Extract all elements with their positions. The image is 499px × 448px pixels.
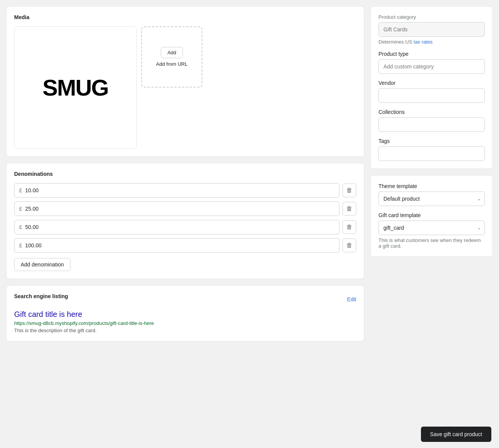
main-image-container: SMUG (14, 26, 137, 149)
product-type-input[interactable] (378, 59, 485, 74)
tax-rates-link[interactable]: tax rates (414, 39, 433, 45)
currency-symbol-1: £ (19, 187, 22, 193)
gift-card-template-select-wrapper: gift_card ⌄ (378, 221, 485, 235)
add-media-button[interactable]: Add (161, 47, 183, 58)
denomination-input-2[interactable] (25, 206, 334, 212)
media-card: Media SMUG Add Add from URL (6, 6, 364, 157)
gift-card-template-group: Gift card template gift_card ⌄ This is w… (378, 212, 485, 249)
vendor-group: Vendor (378, 80, 485, 103)
save-gift-card-button[interactable]: Save gift card product (421, 427, 491, 442)
collections-label: Collections (378, 109, 485, 115)
product-type-group: Product type (378, 51, 485, 74)
gift-card-template-helper: This is what customers see when they red… (378, 237, 485, 249)
media-title: Media (14, 14, 356, 20)
denomination-input-wrapper-1: £ (14, 183, 339, 198)
denomination-input-1[interactable] (25, 187, 334, 193)
currency-symbol-2: £ (19, 206, 22, 212)
denomination-input-3[interactable] (25, 224, 334, 230)
tax-rates-text: Determines US tax rates (378, 39, 485, 45)
denomination-row-4: £ 🗑 (14, 238, 356, 253)
trash-icon-4: 🗑 (346, 242, 352, 249)
product-category-label: Product category (378, 14, 485, 20)
add-denomination-button[interactable]: Add denomination (14, 258, 70, 271)
tags-label: Tags (378, 138, 485, 144)
collections-input[interactable] (378, 117, 485, 132)
add-from-url-label: Add from URL (156, 61, 188, 67)
seo-description: This is the description of the gift card… (14, 328, 356, 333)
theme-template-label: Theme template (378, 183, 485, 189)
gift-card-template-select[interactable]: gift_card (378, 221, 485, 235)
currency-symbol-4: £ (19, 242, 22, 248)
seo-url: https://smug-d8cb.myshopify.com/products… (14, 320, 356, 326)
denomination-input-wrapper-2: £ (14, 201, 339, 216)
seo-header: Search engine listing Edit (14, 293, 356, 305)
vendor-label: Vendor (378, 80, 485, 86)
denominations-card: Denominations £ 🗑 £ 🗑 (6, 163, 364, 279)
delete-denomination-1[interactable]: 🗑 (342, 183, 356, 197)
product-category-group: Product category Determines US tax rates (378, 14, 485, 45)
product-details-card: Product category Determines US tax rates… (370, 6, 493, 169)
delete-denomination-3[interactable]: 🗑 (342, 220, 356, 234)
theme-card: Theme template Default product gift_card… (370, 175, 493, 257)
save-button-container: Save gift card product (0, 420, 499, 448)
seo-page-title: Gift card title is here (14, 310, 356, 319)
delete-denomination-4[interactable]: 🗑 (342, 239, 356, 252)
denomination-input-4[interactable] (25, 242, 334, 248)
theme-template-group: Theme template Default product gift_card… (378, 183, 485, 206)
brand-logo: SMUG (42, 75, 108, 101)
denomination-input-wrapper-3: £ (14, 220, 339, 234)
theme-template-select[interactable]: Default product gift_card (378, 192, 485, 206)
denomination-row-2: £ 🗑 (14, 201, 356, 216)
delete-denomination-2[interactable]: 🗑 (342, 202, 356, 216)
seo-title-label: Search engine listing (14, 293, 68, 299)
theme-template-select-wrapper: Default product gift_card ⌄ (378, 192, 485, 206)
collections-group: Collections (378, 109, 485, 132)
trash-icon-1: 🗑 (346, 187, 352, 194)
add-media-box: Add Add from URL (141, 26, 202, 88)
trash-icon-2: 🗑 (346, 205, 352, 212)
product-category-input (378, 22, 485, 37)
denomination-row-3: £ 🗑 (14, 220, 356, 234)
tags-input[interactable] (378, 146, 485, 161)
denomination-input-wrapper-4: £ (14, 238, 339, 253)
denominations-title: Denominations (14, 171, 356, 177)
seo-edit-link[interactable]: Edit (347, 296, 356, 302)
currency-symbol-3: £ (19, 224, 22, 230)
seo-card: Search engine listing Edit Gift card tit… (6, 285, 364, 341)
trash-icon-3: 🗑 (346, 224, 352, 230)
vendor-input[interactable] (378, 88, 485, 103)
gift-card-template-label: Gift card template (378, 212, 485, 218)
product-type-label: Product type (378, 51, 485, 57)
denomination-row-1: £ 🗑 (14, 183, 356, 198)
tags-group: Tags (378, 138, 485, 161)
media-grid: SMUG Add Add from URL (14, 26, 356, 149)
tax-rates-prefix: Determines US (378, 39, 412, 45)
